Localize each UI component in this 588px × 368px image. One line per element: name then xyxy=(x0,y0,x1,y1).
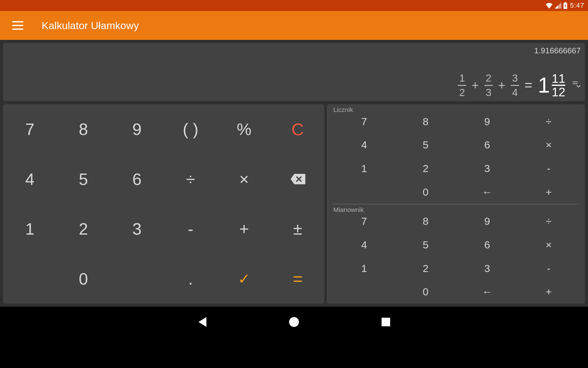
denominator-key-2[interactable]: 2 xyxy=(395,257,456,280)
content-area: 1.916666667 1 2 + 2 3 + 3 4 = 1 xyxy=(0,40,588,307)
numerator-key-2[interactable]: 2 xyxy=(395,157,456,180)
key-4[interactable]: 4 xyxy=(3,154,57,204)
key-percent[interactable]: % xyxy=(217,104,271,154)
plus-operator: + xyxy=(498,79,505,92)
mixed-result: 1 11 12 xyxy=(538,72,565,98)
signal-icon xyxy=(555,2,561,9)
numerator-key-4[interactable]: 4 xyxy=(333,133,395,157)
wifi-icon xyxy=(545,2,553,9)
key-confirm[interactable]: ✓ xyxy=(217,254,271,304)
key-clear[interactable]: C xyxy=(271,104,325,154)
denominator-key-←[interactable]: ← xyxy=(456,280,518,304)
recents-button[interactable] xyxy=(380,316,392,328)
key-empty xyxy=(110,254,164,304)
svg-rect-3 xyxy=(382,318,390,326)
key-parens[interactable]: ( ) xyxy=(164,104,217,154)
numerator-key-+[interactable]: + xyxy=(518,180,579,204)
denominator-key-0[interactable]: 0 xyxy=(395,280,456,304)
key-8[interactable]: 8 xyxy=(57,104,110,154)
status-icons xyxy=(545,2,567,9)
key-9[interactable]: 9 xyxy=(110,104,164,154)
denominator-key-×[interactable]: × xyxy=(518,233,579,257)
navigation-bar xyxy=(0,307,588,337)
numerator-key-÷[interactable]: ÷ xyxy=(518,110,579,133)
key-backspace[interactable] xyxy=(271,154,325,204)
key-plus[interactable]: + xyxy=(217,204,271,254)
numerator-key-empty xyxy=(333,180,395,204)
denominator-key-1[interactable]: 1 xyxy=(333,257,395,280)
expand-result-icon[interactable] xyxy=(572,81,581,90)
denominator-key-6[interactable]: 6 xyxy=(456,233,518,257)
denominator-key-8[interactable]: 8 xyxy=(395,210,456,233)
key-divide[interactable]: ÷ xyxy=(164,154,217,204)
key-6[interactable]: 6 xyxy=(110,154,164,204)
decimal-result: 1.916666667 xyxy=(534,46,581,56)
numerator-key-0[interactable]: 0 xyxy=(395,180,456,204)
denominator-key-÷[interactable]: ÷ xyxy=(518,210,579,233)
denominator-key-4[interactable]: 4 xyxy=(333,233,395,257)
home-button[interactable] xyxy=(288,316,300,328)
denominator-key-5[interactable]: 5 xyxy=(395,233,456,257)
key-2[interactable]: 2 xyxy=(57,204,110,254)
app-title: Kalkulator Ułamkowy xyxy=(42,20,139,32)
svg-point-2 xyxy=(289,317,299,327)
key-minus[interactable]: - xyxy=(164,204,217,254)
plus-operator: + xyxy=(472,79,479,92)
numerator-label: Licznik xyxy=(333,106,353,113)
key-dot[interactable]: . xyxy=(164,254,217,304)
numerator-key--[interactable]: - xyxy=(518,157,579,180)
battery-charge-icon xyxy=(563,2,567,9)
fraction-term: 2 3 xyxy=(484,72,493,98)
key-5[interactable]: 5 xyxy=(57,154,110,204)
key-empty xyxy=(3,254,57,304)
numerator-key-×[interactable]: × xyxy=(518,133,579,157)
equals-sign: = xyxy=(525,78,533,93)
key-7[interactable]: 7 xyxy=(3,104,57,154)
display-panel: 1.916666667 1 2 + 2 3 + 3 4 = 1 xyxy=(3,43,585,101)
denominator-key-+[interactable]: + xyxy=(518,280,579,304)
expression-row: 1 2 + 2 3 + 3 4 = 1 11 12 xyxy=(458,72,581,98)
numerator-key-5[interactable]: 5 xyxy=(395,133,456,157)
status-bar: 5:47 xyxy=(0,0,588,11)
keypad-row: 7 8 9 ( ) % C 4 5 6 ÷ × 1 2 3 - + ± 0 . … xyxy=(3,104,585,304)
action-bar: Kalkulator Ułamkowy xyxy=(0,11,588,40)
denominator-key-9[interactable]: 9 xyxy=(456,210,518,233)
back-button[interactable] xyxy=(196,316,208,328)
key-equals[interactable]: = xyxy=(271,254,325,304)
key-plusminus[interactable]: ± xyxy=(271,204,325,254)
main-keypad: 7 8 9 ( ) % C 4 5 6 ÷ × 1 2 3 - + ± 0 . … xyxy=(3,104,324,304)
denominator-key-empty xyxy=(333,280,395,304)
numerator-key-9[interactable]: 9 xyxy=(456,110,518,133)
denominator-label: Mianownik xyxy=(333,206,364,213)
menu-icon[interactable] xyxy=(12,21,23,30)
fraction-term: 3 4 xyxy=(511,72,519,98)
numerator-key-1[interactable]: 1 xyxy=(333,157,395,180)
numerator-key-←[interactable]: ← xyxy=(456,180,518,204)
key-3[interactable]: 3 xyxy=(110,204,164,254)
status-time: 5:47 xyxy=(570,2,584,10)
key-1[interactable]: 1 xyxy=(3,204,57,254)
denominator-key-3[interactable]: 3 xyxy=(456,257,518,280)
fraction-keypad: Licznik 789÷456×123-0←+ Mianownik 789÷45… xyxy=(327,104,585,304)
svg-rect-1 xyxy=(564,2,566,3)
numerator-key-8[interactable]: 8 xyxy=(395,110,456,133)
numerator-section: Licznik 789÷456×123-0←+ xyxy=(333,104,579,204)
denominator-key--[interactable]: - xyxy=(518,257,579,280)
numerator-key-3[interactable]: 3 xyxy=(456,157,518,180)
numerator-key-6[interactable]: 6 xyxy=(456,133,518,157)
denominator-section: Mianownik 789÷456×123-0←+ xyxy=(333,204,579,304)
key-0[interactable]: 0 xyxy=(57,254,110,304)
fraction-term: 1 2 xyxy=(458,72,466,98)
key-multiply[interactable]: × xyxy=(217,154,271,204)
